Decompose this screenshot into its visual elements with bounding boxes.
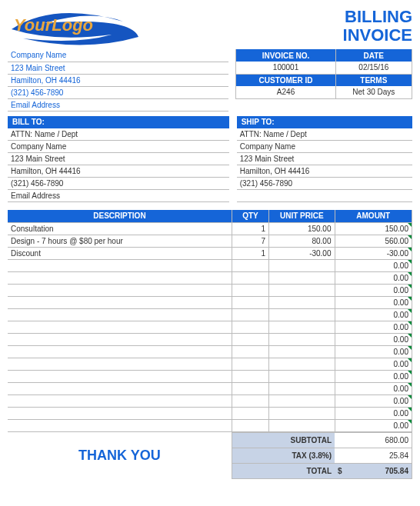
item-amount: 560.00 xyxy=(335,235,412,247)
item-desc xyxy=(8,321,232,333)
item-amount: 0.00 xyxy=(335,333,412,345)
invoice-no-header: INVOICE NO. xyxy=(236,49,335,62)
ship-city: Hamilton, OH 44416 xyxy=(237,165,412,178)
line-item-row: 0.00 xyxy=(8,308,412,321)
item-qty: 1 xyxy=(232,222,268,235)
item-desc xyxy=(8,271,232,284)
line-items-table: DESCRIPTION QTY UNIT PRICE AMOUNT Consul… xyxy=(8,210,412,432)
ship-attn: ATTN: Name / Dept xyxy=(237,128,412,141)
line-item-row: 0.00 xyxy=(8,333,412,345)
line-item-row: 0.00 xyxy=(8,358,412,370)
bill-to-header: BILL TO: xyxy=(8,116,229,128)
item-price xyxy=(269,394,335,407)
item-amount: 0.00 xyxy=(335,259,412,271)
item-amount: 0.00 xyxy=(335,419,412,431)
bill-email: Email Address xyxy=(8,190,229,202)
invoice-date: 02/15/16 xyxy=(335,62,412,74)
item-price xyxy=(269,321,335,333)
thank-you: THANK YOU xyxy=(8,432,232,478)
subtotal-value: 680.00 xyxy=(335,432,412,448)
item-price xyxy=(269,271,335,284)
item-amount: 0.00 xyxy=(335,271,412,284)
item-desc: Design - 7 hours @ $80 per hour xyxy=(8,235,232,247)
item-desc xyxy=(8,370,232,382)
item-price xyxy=(269,407,335,419)
tax-label: TAX (3.8%) xyxy=(232,448,335,463)
price-header: UNIT PRICE xyxy=(269,210,335,222)
item-amount: -30.00 xyxy=(335,247,412,259)
item-price xyxy=(269,382,335,394)
item-amount: 0.00 xyxy=(335,308,412,321)
company-name: Company Name xyxy=(8,49,228,62)
totals-table: THANK YOU SUBTOTAL 680.00 TAX (3.8%) 25.… xyxy=(8,432,412,479)
item-price xyxy=(269,358,335,370)
item-price xyxy=(269,419,335,431)
bill-phone: (321) 456-7890 xyxy=(8,178,229,190)
line-item-row: Discount1-30.00-30.00 xyxy=(8,247,412,259)
line-item-row: 0.00 xyxy=(8,370,412,382)
header-info-table: Company Name INVOICE NO. DATE 123 Main S… xyxy=(8,49,412,112)
company-phone: (321) 456-7890 xyxy=(8,86,228,98)
invoice-title: BILLING INVOICE xyxy=(343,8,412,45)
item-price xyxy=(269,308,335,321)
item-amount: 0.00 xyxy=(335,321,412,333)
total-value: $705.84 xyxy=(335,463,412,478)
item-qty xyxy=(232,358,268,370)
date-header: DATE xyxy=(335,49,412,62)
item-amount: 150.00 xyxy=(335,222,412,235)
item-price: 80.00 xyxy=(269,235,335,247)
item-desc xyxy=(8,333,232,345)
item-desc xyxy=(8,284,232,296)
bill-city: Hamilton, OH 44416 xyxy=(8,165,229,178)
item-amount: 0.00 xyxy=(335,394,412,407)
company-email: Email Address xyxy=(8,98,228,111)
item-desc xyxy=(8,394,232,407)
terms: Net 30 Days xyxy=(335,86,412,98)
item-qty xyxy=(232,419,268,431)
item-price xyxy=(269,370,335,382)
line-item-row: 0.00 xyxy=(8,382,412,394)
item-desc xyxy=(8,345,232,358)
line-item-row: 0.00 xyxy=(8,259,412,271)
item-amount: 0.00 xyxy=(335,345,412,358)
ship-street: 123 Main Street xyxy=(237,153,412,165)
item-qty xyxy=(232,284,268,296)
qty-header: QTY xyxy=(232,210,268,222)
item-qty xyxy=(232,321,268,333)
invoice-no: 100001 xyxy=(236,62,335,74)
line-item-row: 0.00 xyxy=(8,321,412,333)
item-qty xyxy=(232,394,268,407)
item-qty xyxy=(232,296,268,308)
line-item-row: 0.00 xyxy=(8,419,412,431)
desc-header: DESCRIPTION xyxy=(8,210,232,222)
item-desc: Discount xyxy=(8,247,232,259)
terms-header: TERMS xyxy=(335,74,412,86)
item-qty xyxy=(232,271,268,284)
item-amount: 0.00 xyxy=(335,284,412,296)
item-qty xyxy=(232,308,268,321)
ship-to-header: SHIP TO: xyxy=(237,116,412,128)
item-desc xyxy=(8,358,232,370)
company-street: 123 Main Street xyxy=(8,62,228,74)
company-city: Hamilton, OH 44416 xyxy=(8,74,228,86)
item-desc xyxy=(8,419,232,431)
item-amount: 0.00 xyxy=(335,296,412,308)
company-logo: YourLogo xyxy=(8,8,146,46)
item-amount: 0.00 xyxy=(335,370,412,382)
item-price xyxy=(269,259,335,271)
item-qty xyxy=(232,345,268,358)
item-qty: 7 xyxy=(232,235,268,247)
ship-phone: (321) 456-7890 xyxy=(237,178,412,190)
item-amount: 0.00 xyxy=(335,382,412,394)
item-desc xyxy=(8,382,232,394)
line-item-row: 0.00 xyxy=(8,271,412,284)
item-desc xyxy=(8,407,232,419)
item-qty xyxy=(232,382,268,394)
item-price xyxy=(269,284,335,296)
line-item-row: 0.00 xyxy=(8,284,412,296)
item-desc xyxy=(8,308,232,321)
bill-attn: ATTN: Name / Dept xyxy=(8,128,229,141)
addresses-table: BILL TO: SHIP TO: ATTN: Name / DeptATTN:… xyxy=(8,116,412,203)
item-price xyxy=(269,345,335,358)
item-desc xyxy=(8,259,232,271)
